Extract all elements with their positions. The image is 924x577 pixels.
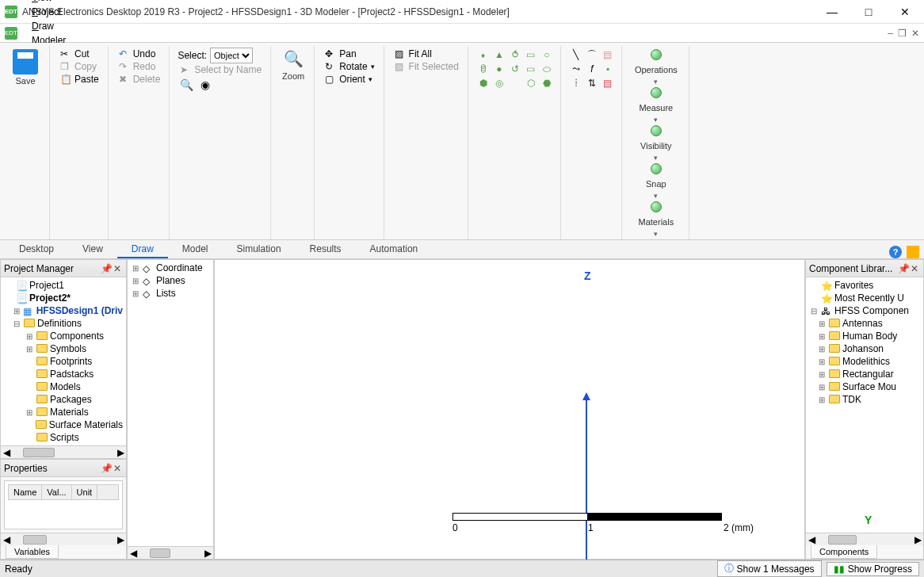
tree-item[interactable]: ⊞◇Coordinate [129, 262, 212, 274]
prop-col-header[interactable]: Val... [42, 485, 71, 499]
expand-icon[interactable]: ⊟ [12, 319, 21, 328]
snap-button[interactable]: Snap▾ [630, 162, 682, 200]
cone-icon[interactable]: ▲ [492, 48, 506, 62]
tree-item[interactable]: 📃Project2* [2, 292, 124, 304]
point-icon[interactable]: ▪ [601, 62, 615, 76]
panel-close-icon[interactable]: ✕ [909, 263, 920, 274]
circle-icon[interactable]: ○ [540, 48, 554, 62]
select-tool-1[interactable]: 🔍 [178, 76, 195, 94]
expand-icon[interactable]: ⊞ [12, 307, 21, 315]
maximize-button[interactable]: □ [857, 6, 880, 18]
tree-item[interactable]: ⊞◇Lists [129, 287, 212, 300]
tab-automation[interactable]: Automation [356, 240, 433, 258]
expand-icon[interactable]: ⊞ [817, 383, 827, 392]
h-scrollbar[interactable]: ◀▶ [1, 445, 126, 458]
paste-button[interactable]: 📋Paste [58, 73, 101, 86]
pan-button[interactable]: ✥Pan [323, 48, 376, 60]
expand-icon[interactable]: ⊞ [817, 395, 827, 404]
sweep-icon[interactable]: ⇅ [585, 76, 599, 90]
expand-icon[interactable]: ⊞ [817, 357, 827, 366]
tree-item[interactable]: ⊞Modelithics [808, 355, 922, 368]
line-icon[interactable]: ╲ [569, 48, 583, 62]
tree-item[interactable]: ⊞Symbols [2, 342, 124, 355]
tree-item[interactable]: ⊞▦HFSSDesign1 (Driv [2, 304, 124, 317]
tab-simulation[interactable]: Simulation [223, 240, 296, 258]
tree-item[interactable]: ⊞TDK [808, 393, 922, 406]
orient-button[interactable]: ▢Orient ▾ [323, 73, 376, 86]
arc-icon[interactable]: ⌒ [585, 48, 599, 62]
tree-item[interactable]: Padstacks [2, 368, 124, 380]
region-icon[interactable]: ▤ [601, 48, 615, 62]
expand-icon[interactable]: ⊞ [25, 332, 34, 341]
close-button[interactable]: ✕ [894, 6, 916, 18]
pin-icon[interactable]: 📌 [101, 463, 112, 474]
expand-icon[interactable]: ⊞ [131, 264, 140, 273]
tree-item[interactable]: ⊟🖧HFSS Componen [808, 304, 922, 317]
mdi-restore-icon[interactable]: ❐ [898, 28, 907, 39]
tree-item[interactable]: ⊞Materials [2, 406, 124, 418]
redo-button[interactable]: ↷Redo [116, 60, 163, 73]
tree-item[interactable]: ⊞Johanson [808, 342, 922, 355]
rect-icon[interactable]: ▭ [524, 48, 538, 62]
tree-item[interactable]: ⊞◇Planes [129, 274, 212, 287]
zoom-button[interactable]: 🔍 Zoom [279, 48, 307, 81]
sphere-icon[interactable]: ● [492, 62, 506, 76]
cylinder-icon[interactable]: 🛢 [476, 62, 491, 76]
fit-selected-button[interactable]: ▨Fit Selected [392, 60, 461, 73]
helix-icon[interactable]: ⥀ [508, 48, 522, 62]
expand-icon[interactable]: ⊞ [131, 289, 140, 298]
measure-button[interactable]: Measure▾ [630, 86, 682, 124]
expand-icon[interactable]: ⊞ [25, 408, 34, 417]
box-icon[interactable]: ⬧ [476, 48, 491, 62]
pin-icon[interactable]: 📌 [101, 263, 112, 274]
tree-item[interactable]: ⊞Components [2, 330, 124, 342]
rect2-icon[interactable]: ▭ [524, 62, 538, 76]
operations-button[interactable]: Operations▾ [630, 48, 682, 86]
project-tree[interactable]: 📃Project1📃Project2*⊞▦HFSSDesign1 (Driv⊟D… [1, 277, 126, 445]
tree-item[interactable]: ⊞Antennas [808, 317, 922, 330]
tree-item[interactable]: Surface Materials [2, 418, 124, 431]
expand-icon[interactable]: ⊞ [25, 345, 34, 353]
show-messages-button[interactable]: ⓘShow 1 Messages [717, 560, 822, 577]
prism-icon[interactable]: ⬢ [476, 76, 491, 90]
variables-tab[interactable]: Variables [6, 545, 59, 559]
copy-button[interactable]: ❐Copy [58, 60, 101, 73]
tree-item[interactable]: 📃Project1 [2, 279, 124, 292]
save-button[interactable]: Save [8, 48, 43, 86]
eq-curve-icon[interactable]: f [585, 62, 599, 76]
expand-icon[interactable]: ⊞ [817, 345, 827, 353]
menu-project[interactable]: Project [25, 5, 72, 19]
panel-close-icon[interactable]: ✕ [112, 463, 123, 474]
fit-all-button[interactable]: ▨Fit All [392, 48, 461, 60]
visibility-button[interactable]: Visibility▾ [630, 124, 682, 162]
tree-item[interactable]: Scripts [2, 431, 124, 444]
cut-button[interactable]: ✂Cut [58, 48, 101, 60]
select-tool-2[interactable]: ◉ [197, 76, 214, 94]
help-icon[interactable]: ? [889, 246, 902, 258]
model-tree[interactable]: ⊞◇Coordinate⊞◇Planes⊞◇Lists [128, 260, 213, 546]
tab-model[interactable]: Model [168, 240, 223, 258]
rotate-button[interactable]: ↻Rotate ▾ [323, 60, 376, 73]
spline-icon[interactable]: ⤳ [569, 62, 583, 76]
spiral-icon[interactable]: ↺ [508, 62, 522, 76]
minimize-button[interactable]: — [821, 6, 843, 18]
tab-desktop[interactable]: Desktop [5, 240, 68, 258]
materials-button[interactable]: Materials▾ [630, 200, 682, 238]
torus-icon[interactable]: ◎ [492, 76, 506, 90]
tree-item[interactable]: Models [2, 380, 124, 393]
components-tab[interactable]: Components [811, 545, 877, 559]
h-scrollbar[interactable]: ◀▶ [128, 546, 213, 559]
select-mode-dropdown[interactable]: Object [210, 48, 253, 63]
undo-button[interactable]: ↶Undo [116, 48, 163, 60]
show-progress-button[interactable]: ▮▮Show Progress [827, 562, 919, 576]
expand-icon[interactable]: ⊞ [817, 319, 827, 328]
tab-results[interactable]: Results [296, 240, 356, 258]
tree-item[interactable]: ⊞Rectangular [808, 368, 922, 380]
tab-draw[interactable]: Draw [117, 240, 168, 258]
expand-icon[interactable]: ⊞ [817, 332, 827, 341]
tree-item[interactable]: Footprints [2, 355, 124, 368]
delete-button[interactable]: ✖Delete [116, 73, 163, 86]
menu-draw[interactable]: Draw [25, 19, 72, 33]
h-scrollbar[interactable]: ◀▶ [1, 533, 126, 545]
h-scrollbar[interactable]: ◀▶ [806, 533, 923, 545]
